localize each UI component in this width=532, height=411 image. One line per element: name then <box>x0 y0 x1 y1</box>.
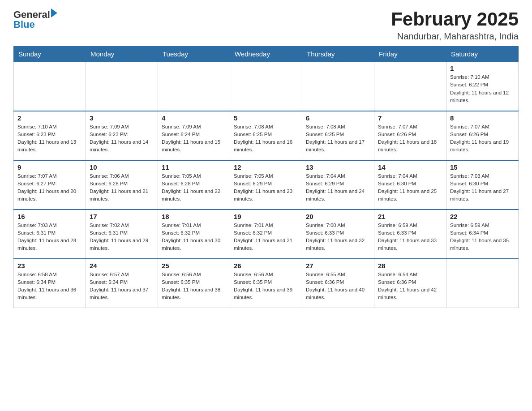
logo-blue-text: Blue <box>13 19 35 30</box>
calendar-day-cell: 27Sunrise: 6:55 AMSunset: 6:36 PMDayligh… <box>302 259 374 308</box>
day-info: Sunrise: 6:57 AMSunset: 6:34 PMDaylight:… <box>90 271 154 302</box>
calendar-day-cell <box>86 62 158 111</box>
day-info: Sunrise: 6:56 AMSunset: 6:35 PMDaylight:… <box>162 271 226 302</box>
day-info: Sunrise: 7:07 AMSunset: 6:26 PMDaylight:… <box>450 123 515 154</box>
day-number: 15 <box>450 163 515 171</box>
day-info: Sunrise: 6:56 AMSunset: 6:35 PMDaylight:… <box>234 271 298 302</box>
calendar-day-cell: 12Sunrise: 7:05 AMSunset: 6:29 PMDayligh… <box>230 160 302 210</box>
day-number: 2 <box>17 114 82 122</box>
day-number: 21 <box>378 213 442 220</box>
day-info: Sunrise: 7:04 AMSunset: 6:30 PMDaylight:… <box>378 172 442 203</box>
day-info: Sunrise: 6:58 AMSunset: 6:34 PMDaylight:… <box>17 271 82 302</box>
day-info: Sunrise: 7:05 AMSunset: 6:28 PMDaylight:… <box>162 172 226 203</box>
calendar-week-row: 23Sunrise: 6:58 AMSunset: 6:34 PMDayligh… <box>14 259 519 308</box>
day-number: 26 <box>234 262 298 270</box>
day-number: 23 <box>17 262 82 270</box>
calendar-day-cell: 21Sunrise: 6:59 AMSunset: 6:33 PMDayligh… <box>374 210 446 259</box>
day-info: Sunrise: 7:04 AMSunset: 6:29 PMDaylight:… <box>306 172 370 203</box>
day-number: 4 <box>162 114 226 122</box>
weekday-header-monday: Monday <box>86 47 158 62</box>
calendar-day-cell: 25Sunrise: 6:56 AMSunset: 6:35 PMDayligh… <box>158 259 230 308</box>
day-number: 18 <box>162 213 226 220</box>
day-info: Sunrise: 7:07 AMSunset: 6:26 PMDaylight:… <box>378 123 442 154</box>
calendar-day-cell: 1Sunrise: 7:10 AMSunset: 6:22 PMDaylight… <box>446 62 519 111</box>
day-number: 28 <box>378 262 442 270</box>
calendar-day-cell: 11Sunrise: 7:05 AMSunset: 6:28 PMDayligh… <box>158 160 230 210</box>
day-number: 1 <box>450 64 515 72</box>
day-info: Sunrise: 7:01 AMSunset: 6:32 PMDaylight:… <box>234 222 298 253</box>
day-number: 14 <box>378 163 442 171</box>
weekday-header-row: SundayMondayTuesdayWednesdayThursdayFrid… <box>14 47 519 62</box>
calendar-day-cell: 19Sunrise: 7:01 AMSunset: 6:32 PMDayligh… <box>230 210 302 259</box>
day-number: 27 <box>306 262 370 270</box>
day-number: 3 <box>90 114 154 122</box>
day-number: 17 <box>90 213 154 220</box>
calendar-week-row: 1Sunrise: 7:10 AMSunset: 6:22 PMDaylight… <box>14 62 519 111</box>
weekday-header-sunday: Sunday <box>14 47 86 62</box>
day-info: Sunrise: 7:08 AMSunset: 6:25 PMDaylight:… <box>234 123 298 154</box>
calendar-day-cell: 9Sunrise: 7:07 AMSunset: 6:27 PMDaylight… <box>14 160 86 210</box>
day-info: Sunrise: 7:09 AMSunset: 6:24 PMDaylight:… <box>162 123 226 154</box>
day-info: Sunrise: 7:07 AMSunset: 6:27 PMDaylight:… <box>17 172 82 203</box>
logo: General Blue <box>13 9 57 30</box>
day-info: Sunrise: 7:06 AMSunset: 6:28 PMDaylight:… <box>90 172 154 203</box>
day-info: Sunrise: 6:54 AMSunset: 6:36 PMDaylight:… <box>378 271 442 302</box>
calendar-day-cell: 16Sunrise: 7:03 AMSunset: 6:31 PMDayligh… <box>14 210 86 259</box>
day-info: Sunrise: 6:59 AMSunset: 6:33 PMDaylight:… <box>378 222 442 253</box>
day-info: Sunrise: 7:00 AMSunset: 6:33 PMDaylight:… <box>306 222 370 253</box>
calendar-day-cell: 4Sunrise: 7:09 AMSunset: 6:24 PMDaylight… <box>158 111 230 160</box>
day-number: 10 <box>90 163 154 171</box>
day-number: 16 <box>17 213 82 220</box>
day-number: 25 <box>162 262 226 270</box>
day-info: Sunrise: 7:03 AMSunset: 6:30 PMDaylight:… <box>450 172 515 203</box>
day-info: Sunrise: 7:03 AMSunset: 6:31 PMDaylight:… <box>17 222 82 253</box>
calendar-day-cell: 23Sunrise: 6:58 AMSunset: 6:34 PMDayligh… <box>14 259 86 308</box>
calendar-day-cell: 17Sunrise: 7:02 AMSunset: 6:31 PMDayligh… <box>86 210 158 259</box>
calendar-day-cell: 22Sunrise: 6:59 AMSunset: 6:34 PMDayligh… <box>446 210 519 259</box>
day-number: 8 <box>450 114 515 122</box>
day-number: 24 <box>90 262 154 270</box>
calendar-day-cell: 3Sunrise: 7:09 AMSunset: 6:23 PMDaylight… <box>86 111 158 160</box>
calendar-day-cell: 26Sunrise: 6:56 AMSunset: 6:35 PMDayligh… <box>230 259 302 308</box>
logo-arrow-icon <box>51 9 57 17</box>
day-info: Sunrise: 7:05 AMSunset: 6:29 PMDaylight:… <box>234 172 298 203</box>
calendar-day-cell: 6Sunrise: 7:08 AMSunset: 6:25 PMDaylight… <box>302 111 374 160</box>
weekday-header-tuesday: Tuesday <box>158 47 230 62</box>
calendar-day-cell: 14Sunrise: 7:04 AMSunset: 6:30 PMDayligh… <box>374 160 446 210</box>
calendar-day-cell <box>302 62 374 111</box>
day-number: 6 <box>306 114 370 122</box>
day-number: 19 <box>234 213 298 220</box>
location-text: Nandurbar, Maharashtra, India <box>391 31 519 42</box>
day-number: 5 <box>234 114 298 122</box>
day-info: Sunrise: 7:10 AMSunset: 6:23 PMDaylight:… <box>17 123 82 154</box>
day-info: Sunrise: 7:01 AMSunset: 6:32 PMDaylight:… <box>162 222 226 253</box>
weekday-header-friday: Friday <box>374 47 446 62</box>
calendar-day-cell: 15Sunrise: 7:03 AMSunset: 6:30 PMDayligh… <box>446 160 519 210</box>
calendar-day-cell: 10Sunrise: 7:06 AMSunset: 6:28 PMDayligh… <box>86 160 158 210</box>
day-number: 20 <box>306 213 370 220</box>
calendar-day-cell: 5Sunrise: 7:08 AMSunset: 6:25 PMDaylight… <box>230 111 302 160</box>
day-number: 7 <box>378 114 442 122</box>
day-info: Sunrise: 6:59 AMSunset: 6:34 PMDaylight:… <box>450 222 515 253</box>
calendar-day-cell: 7Sunrise: 7:07 AMSunset: 6:26 PMDaylight… <box>374 111 446 160</box>
day-number: 22 <box>450 213 515 220</box>
day-info: Sunrise: 7:08 AMSunset: 6:25 PMDaylight:… <box>306 123 370 154</box>
weekday-header-wednesday: Wednesday <box>230 47 302 62</box>
day-number: 13 <box>306 163 370 171</box>
calendar-day-cell: 24Sunrise: 6:57 AMSunset: 6:34 PMDayligh… <box>86 259 158 308</box>
calendar-day-cell <box>158 62 230 111</box>
calendar-day-cell <box>230 62 302 111</box>
weekday-header-thursday: Thursday <box>302 47 374 62</box>
calendar-week-row: 9Sunrise: 7:07 AMSunset: 6:27 PMDaylight… <box>14 160 519 210</box>
day-info: Sunrise: 6:55 AMSunset: 6:36 PMDaylight:… <box>306 271 370 302</box>
calendar-day-cell: 13Sunrise: 7:04 AMSunset: 6:29 PMDayligh… <box>302 160 374 210</box>
calendar-day-cell: 20Sunrise: 7:00 AMSunset: 6:33 PMDayligh… <box>302 210 374 259</box>
day-number: 9 <box>17 163 82 171</box>
day-info: Sunrise: 7:02 AMSunset: 6:31 PMDaylight:… <box>90 222 154 253</box>
title-block: February 2025 Nandurbar, Maharashtra, In… <box>391 9 519 42</box>
calendar-week-row: 2Sunrise: 7:10 AMSunset: 6:23 PMDaylight… <box>14 111 519 160</box>
page-header: General Blue February 2025 Nandurbar, Ma… <box>13 9 519 42</box>
calendar-day-cell <box>374 62 446 111</box>
calendar-day-cell: 2Sunrise: 7:10 AMSunset: 6:23 PMDaylight… <box>14 111 86 160</box>
month-title: February 2025 <box>391 9 519 30</box>
